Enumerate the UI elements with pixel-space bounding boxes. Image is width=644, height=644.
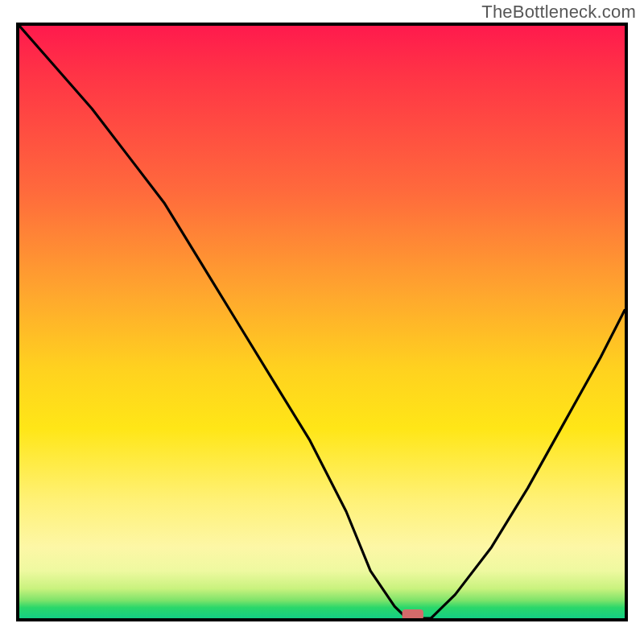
watermark-text: TheBottleneck.com (481, 2, 636, 23)
minimum-marker (402, 609, 423, 618)
plot-area (16, 23, 628, 621)
bottleneck-curve-path (19, 26, 625, 618)
chart-container: TheBottleneck.com (0, 0, 644, 644)
curve-svg (19, 26, 625, 618)
